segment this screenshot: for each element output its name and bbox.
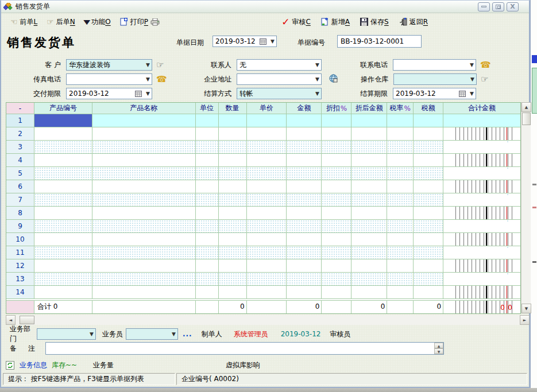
table-cell[interactable]: [414, 259, 443, 273]
table-cell[interactable]: [443, 193, 520, 207]
table-row[interactable]: 14: [6, 286, 520, 299]
table-cell[interactable]: [196, 114, 219, 127]
table-row[interactable]: 12: [6, 259, 520, 273]
table-cell[interactable]: [443, 141, 520, 154]
contact-select[interactable]: 无 ▼: [237, 59, 322, 71]
horizontal-scrollbar[interactable]: ◄ ►: [6, 315, 530, 325]
table-cell[interactable]: [443, 127, 520, 141]
table-cell[interactable]: [387, 207, 414, 220]
table-cell[interactable]: [247, 154, 287, 167]
table-cell[interactable]: [247, 273, 287, 286]
dropdown-arrow-icon[interactable]: ▼: [146, 76, 150, 82]
hand-point-icon[interactable]: ☞: [481, 74, 488, 84]
table-cell[interactable]: [322, 233, 351, 246]
table-row[interactable]: 11: [6, 246, 520, 259]
table-cell[interactable]: [34, 220, 92, 233]
table-cell[interactable]: [219, 127, 247, 141]
table-cell[interactable]: [196, 180, 219, 193]
table-cell[interactable]: [247, 167, 287, 180]
table-cell[interactable]: [351, 273, 387, 286]
table-cell[interactable]: [414, 207, 443, 220]
column-header[interactable]: 税额: [414, 103, 443, 114]
table-cell[interactable]: [247, 286, 287, 299]
column-header[interactable]: 单位: [196, 103, 219, 114]
table-cell[interactable]: [34, 246, 92, 259]
table-cell[interactable]: [34, 141, 92, 154]
table-cell[interactable]: [414, 246, 443, 259]
remark-input[interactable]: ▲ ▼: [45, 342, 444, 355]
phone-icon[interactable]: ☎: [480, 60, 491, 70]
table-cell[interactable]: [219, 259, 247, 273]
column-header[interactable]: 折扣%: [322, 103, 351, 114]
table-cell[interactable]: [219, 114, 247, 127]
table-cell[interactable]: [34, 154, 92, 167]
table-cell[interactable]: [322, 114, 351, 127]
table-cell[interactable]: [92, 286, 196, 299]
table-cell[interactable]: [443, 167, 520, 180]
column-header[interactable]: 数量: [219, 103, 247, 114]
table-cell[interactable]: [387, 141, 414, 154]
table-cell[interactable]: [219, 273, 247, 286]
table-cell[interactable]: [443, 207, 520, 220]
table-cell[interactable]: [219, 180, 247, 193]
table-cell[interactable]: [443, 273, 520, 286]
vertical-scrollbar[interactable]: ▲ ▼: [521, 102, 531, 313]
table-cell[interactable]: [247, 141, 287, 154]
table-cell[interactable]: [443, 286, 520, 299]
table-cell[interactable]: [387, 127, 414, 141]
contact-phone-select[interactable]: ▼: [393, 59, 476, 71]
table-cell[interactable]: [443, 220, 520, 233]
table-cell[interactable]: [351, 127, 387, 141]
table-cell[interactable]: [219, 154, 247, 167]
table-cell[interactable]: [196, 127, 219, 141]
table-cell[interactable]: [34, 180, 92, 193]
new-button[interactable]: 新增A: [318, 16, 353, 28]
table-cell[interactable]: [414, 180, 443, 193]
table-cell[interactable]: [322, 246, 351, 259]
table-cell[interactable]: [287, 233, 322, 246]
warehouse-select[interactable]: ▼: [393, 73, 477, 85]
table-cell[interactable]: [287, 154, 322, 167]
dropdown-arrow-icon[interactable]: ▼: [470, 62, 474, 68]
table-cell[interactable]: [247, 193, 287, 207]
customer-select[interactable]: 华东捷波装饰 ▼: [66, 59, 152, 71]
table-cell[interactable]: [92, 259, 196, 273]
table-cell[interactable]: [196, 154, 219, 167]
table-cell[interactable]: [287, 114, 322, 127]
scroll-up-button[interactable]: ▲: [521, 102, 531, 112]
table-cell[interactable]: [92, 180, 196, 193]
table-row[interactable]: 8: [6, 207, 520, 220]
table-cell[interactable]: [287, 246, 322, 259]
table-cell[interactable]: [34, 207, 92, 220]
table-cell[interactable]: [322, 167, 351, 180]
maximize-button[interactable]: [492, 2, 504, 11]
fax-select[interactable]: ▼: [66, 73, 152, 85]
table-cell[interactable]: [219, 193, 247, 207]
table-cell[interactable]: [287, 273, 322, 286]
table-row[interactable]: 9: [6, 220, 520, 233]
table-cell[interactable]: [387, 180, 414, 193]
table-cell[interactable]: [247, 127, 287, 141]
table-cell[interactable]: [196, 167, 219, 180]
table-cell[interactable]: [92, 167, 196, 180]
table-cell[interactable]: [219, 141, 247, 154]
table-cell[interactable]: [387, 154, 414, 167]
dropdown-arrow-icon[interactable]: ▼: [470, 91, 474, 96]
dropdown-arrow-icon[interactable]: ▼: [90, 331, 94, 337]
table-cell[interactable]: [414, 167, 443, 180]
table-cell[interactable]: [322, 141, 351, 154]
table-row[interactable]: 3: [6, 141, 520, 154]
table-cell[interactable]: [443, 180, 520, 193]
save-button[interactable]: 保存S: [357, 16, 392, 28]
column-header[interactable]: 产品编号: [34, 103, 92, 114]
table-cell[interactable]: [196, 273, 219, 286]
column-header[interactable]: 折后金额: [351, 103, 387, 114]
business-info-link[interactable]: 业务信息: [14, 360, 47, 370]
table-cell[interactable]: [287, 167, 322, 180]
table-cell[interactable]: [322, 193, 351, 207]
table-cell[interactable]: [196, 286, 219, 299]
table-cell[interactable]: [219, 167, 247, 180]
table-row[interactable]: 10: [6, 233, 520, 246]
table-cell[interactable]: [387, 167, 414, 180]
table-row[interactable]: 1: [6, 114, 520, 127]
